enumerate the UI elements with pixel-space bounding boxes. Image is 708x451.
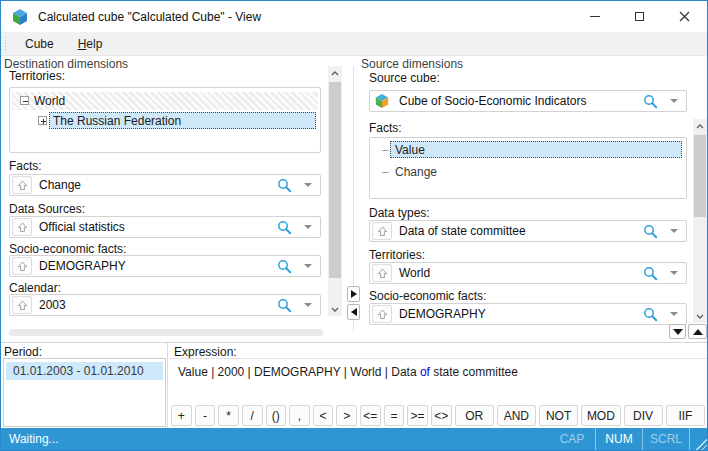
keyboard-indicators: CAP NUM SCRL — [549, 428, 707, 450]
calendar-combo[interactable]: 2003 — [9, 294, 321, 316]
search-icon[interactable] — [643, 94, 658, 109]
chevron-down-icon — [696, 314, 704, 319]
chevron-down-icon[interactable] — [304, 303, 312, 307]
status-bar: Waiting... CAP NUM SCRL — [1, 428, 707, 450]
tree-collapse-toggle[interactable] — [20, 96, 29, 105]
chevron-up-icon — [331, 71, 339, 76]
source-cube-value: Cube of Socio-Economic Indicators — [399, 94, 643, 108]
operator-button[interactable]: > — [336, 405, 357, 426]
list-item-change[interactable]: – Change — [372, 163, 684, 181]
main-area: Destination dimensions Source dimensions… — [1, 56, 707, 342]
chevron-down-icon[interactable] — [304, 264, 312, 268]
scroll-down-button[interactable] — [328, 302, 342, 316]
search-icon[interactable] — [277, 178, 292, 193]
chevron-down-icon[interactable] — [304, 183, 312, 187]
close-button[interactable] — [662, 1, 707, 32]
chevron-down-icon[interactable] — [670, 271, 678, 275]
operator-button[interactable]: , — [289, 405, 310, 426]
operator-button[interactable]: IIF — [666, 405, 705, 426]
calendar-label: Calendar: — [9, 281, 61, 295]
data-sources-combo[interactable]: Official statistics — [9, 216, 321, 238]
facts-combo[interactable]: Change — [9, 174, 321, 196]
leaf-dash-icon: – — [382, 165, 389, 179]
search-icon[interactable] — [643, 266, 658, 281]
chevron-down-icon[interactable] — [670, 312, 678, 316]
expression-keyword: of — [420, 365, 430, 379]
minimize-button[interactable] — [572, 1, 617, 32]
chevron-down-icon[interactable] — [670, 229, 678, 233]
left-vertical-scrollbar[interactable] — [328, 66, 342, 316]
search-icon[interactable] — [277, 298, 292, 313]
socio-facts-value: DEMOGRAPHY — [39, 259, 277, 273]
menu-item-help[interactable]: Help — [66, 32, 115, 55]
operator-button[interactable]: / — [242, 405, 263, 426]
titlebar[interactable]: Calculated cube "Calculated Cube" - View — [1, 1, 707, 32]
search-icon[interactable] — [277, 220, 292, 235]
period-label: Period: — [4, 345, 42, 359]
src-territories-combo[interactable]: World — [369, 262, 687, 284]
tree-item-label: World — [34, 94, 65, 108]
status-message: Waiting... — [1, 432, 59, 446]
search-icon[interactable] — [277, 259, 292, 274]
triangle-right-icon — [351, 290, 357, 298]
resize-grip[interactable] — [692, 435, 707, 450]
list-item-value[interactable]: – Value — [372, 141, 684, 159]
maximize-button[interactable] — [617, 1, 662, 32]
right-vertical-scrollbar[interactable] — [693, 119, 707, 323]
indicator-scrl: SCRL — [643, 432, 689, 446]
scroll-up-button[interactable] — [693, 119, 707, 133]
period-item[interactable]: 01.01.2003 - 01.01.2010 — [6, 362, 163, 380]
scroll-thumb[interactable] — [694, 135, 706, 217]
scroll-up-button[interactable] — [328, 66, 342, 80]
app-window: Calculated cube "Calculated Cube" - View… — [0, 0, 708, 451]
left-horizontal-scrollbar[interactable] — [9, 329, 323, 336]
facts-label: Facts: — [9, 159, 42, 173]
operator-button[interactable]: () — [266, 405, 287, 426]
operator-button[interactable]: = — [384, 405, 405, 426]
period-list[interactable]: 01.01.2003 - 01.01.2010 — [3, 358, 166, 427]
fact-arrow-up-icon — [372, 305, 392, 323]
data-sources-value: Official statistics — [39, 220, 277, 234]
expression-text: Value | 2000 | DEMOGRAPHY | World | Data — [178, 365, 420, 379]
operator-button[interactable]: >= — [407, 405, 428, 426]
splitter-collapse-left-button[interactable] — [347, 304, 360, 320]
facts-value: Change — [39, 178, 277, 192]
operator-button[interactable]: NOT — [539, 405, 578, 426]
tree-item-russian-federation[interactable]: The Russian Federation — [12, 112, 318, 130]
tree-expand-toggle[interactable] — [38, 116, 47, 125]
source-panel-header: Source dimensions — [361, 57, 463, 71]
operator-button[interactable]: - — [195, 405, 216, 426]
panel-expand-up-button[interactable] — [688, 324, 707, 339]
panel-collapse-down-button[interactable] — [669, 324, 686, 339]
data-types-combo[interactable]: Data of state committee — [369, 220, 687, 242]
operator-button[interactable]: MOD — [581, 405, 620, 426]
scroll-thumb[interactable] — [329, 82, 341, 278]
src-socio-facts-combo[interactable]: DEMOGRAPHY — [369, 303, 687, 325]
search-icon[interactable] — [643, 307, 658, 322]
src-socio-facts-label: Socio-economic facts: — [369, 289, 486, 303]
operator-button[interactable]: < — [313, 405, 334, 426]
territories-tree: World The Russian Federation — [9, 87, 321, 153]
window-title: Calculated cube "Calculated Cube" - View — [38, 10, 261, 24]
operator-button[interactable]: AND — [497, 405, 536, 426]
tree-item-world[interactable]: World — [12, 92, 318, 110]
operator-button[interactable]: DIV — [624, 405, 663, 426]
search-icon[interactable] — [643, 224, 658, 239]
operator-button[interactable]: <= — [360, 405, 381, 426]
chevron-down-icon[interactable] — [670, 99, 678, 103]
operator-button[interactable]: OR — [455, 405, 494, 426]
operator-button[interactable]: <> — [431, 405, 452, 426]
source-cube-combo[interactable]: Cube of Socio-Economic Indicators — [369, 90, 687, 112]
splitter-expand-right-button[interactable] — [347, 286, 360, 302]
operator-button[interactable]: + — [171, 405, 192, 426]
expression-editor[interactable]: Value | 2000 | DEMOGRAPHY | World | Data… — [169, 358, 707, 403]
chevron-down-icon[interactable] — [304, 225, 312, 229]
chevron-down-icon — [331, 307, 339, 312]
socio-facts-combo[interactable]: DEMOGRAPHY — [9, 255, 321, 277]
fact-arrow-up-icon — [12, 257, 32, 275]
scroll-down-button[interactable] — [693, 309, 707, 323]
menu-item-cube[interactable]: Cube — [13, 32, 66, 55]
maximize-icon — [635, 12, 644, 21]
data-types-value: Data of state committee — [399, 224, 643, 238]
operator-button[interactable]: * — [218, 405, 239, 426]
